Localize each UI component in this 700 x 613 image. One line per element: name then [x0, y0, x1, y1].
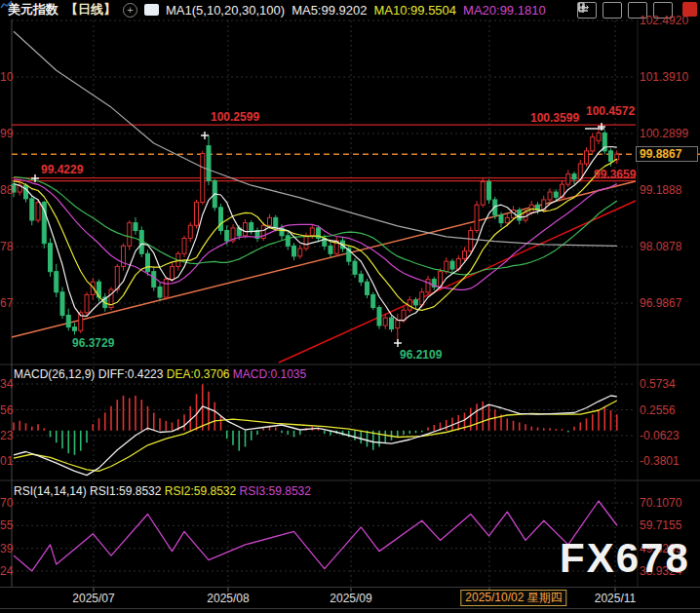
candle-body	[383, 318, 387, 326]
y-axis-label: 98.0878	[640, 240, 681, 253]
candle-body	[329, 246, 332, 253]
trendline-b	[279, 201, 636, 363]
macd-axis-label: -0.3801	[640, 454, 680, 468]
time-label: 2025/07	[72, 592, 114, 605]
price-annotation: 96.2109	[400, 348, 442, 362]
candle-body	[49, 244, 53, 272]
y-axis-label: 96.9867	[640, 296, 681, 310]
y-axis-label: 100.2899	[640, 127, 688, 140]
chart-canvas[interactable]	[0, 0, 700, 613]
candle-body	[445, 261, 448, 272]
candle-body	[548, 192, 552, 200]
price-annotation: 96.3729	[72, 336, 114, 350]
macd-diff-value: DIFF:0.4223	[98, 367, 164, 381]
chart-app: 美元指数 【日线】 + MA1(5,10,20,30,100) MA5:99.9…	[0, 0, 700, 613]
rsi-axis-label-left: 55	[0, 518, 13, 532]
candle-body	[164, 280, 168, 297]
y-axis-label-left: 99	[0, 127, 13, 140]
candle-body	[450, 261, 454, 269]
candle-body	[207, 146, 211, 181]
candle-body	[244, 223, 248, 236]
candle-body	[566, 174, 570, 185]
rsi-title: RSI(14,14,14)	[14, 484, 87, 498]
y-axis-label: 102.4920	[640, 14, 688, 27]
candle-body	[585, 151, 589, 164]
candle-body	[66, 315, 70, 326]
candle-body	[188, 225, 192, 238]
candle-body	[487, 182, 491, 200]
time-label: 2025/11	[595, 592, 637, 605]
candle-body	[134, 223, 137, 231]
candle-body	[463, 251, 467, 259]
y-axis-label-left: 78	[0, 240, 13, 253]
candle-body	[225, 231, 229, 242]
ma5-line	[14, 147, 617, 321]
rsi-header: RSI(14,14,14) RSI1:59.8532 RSI2:59.8532 …	[14, 484, 311, 498]
time-axis: 2025/07 2025/08 2025/09 2025/11 2025/10/…	[0, 587, 700, 609]
candle-body	[414, 300, 418, 305]
candle-body	[505, 217, 509, 222]
candle-body	[469, 231, 473, 251]
macd-axis-label-left: 56	[0, 403, 13, 417]
candle-body	[152, 272, 156, 287]
rsi-axis-label: 70.1070	[640, 496, 681, 510]
candle-body	[426, 280, 430, 292]
watermark: FX678	[560, 535, 690, 582]
macd-header: MACD(26,12,9) DIFF:0.4223 DEA:0.3706 MAC…	[14, 367, 306, 381]
candle-body	[30, 199, 34, 220]
rsi-axis-label-left: 70	[0, 496, 13, 510]
candle-body	[171, 266, 175, 279]
price-annotation: 99.4229	[41, 163, 83, 176]
macd-title: MACD(26,12,9)	[14, 367, 95, 381]
price-annotation: 100.3599	[530, 111, 579, 125]
candle-body	[219, 208, 223, 231]
y-axis-label: 99.1888	[640, 183, 681, 197]
rsi-axis-label-left: 39	[0, 542, 13, 556]
candle-body	[353, 261, 357, 274]
candle-body	[298, 249, 302, 256]
candle-body	[609, 151, 613, 162]
candle-body	[146, 253, 150, 271]
candle-body	[274, 217, 278, 228]
candle-body	[597, 133, 601, 140]
candle-body	[250, 223, 253, 231]
macd-macd-value: MACD:0.1035	[233, 367, 306, 381]
candle-body	[128, 223, 132, 247]
price-annotation: 100.2599	[211, 110, 259, 124]
current-price-axis-label: 99.8867	[636, 146, 698, 162]
y-axis-label-left: 67	[0, 296, 13, 310]
highlighted-date-label: 2025/10/02 星期四	[460, 590, 566, 606]
macd-axis-label: -0.0623	[640, 429, 680, 442]
macd-axis-label-left: 23	[0, 429, 13, 442]
y-axis-label-left: 88	[0, 183, 13, 197]
time-label: 2025/09	[330, 592, 371, 605]
rsi-line	[14, 501, 617, 571]
rsi2-value: RSI2:59.8532	[165, 484, 236, 498]
candle-body	[73, 327, 77, 331]
candle-body	[396, 321, 400, 328]
macd-axis-label-left: 34	[0, 377, 13, 391]
candle-body	[366, 282, 369, 294]
candle-body	[377, 308, 381, 326]
candle-body	[286, 236, 290, 247]
y-axis-label: 101.3910	[640, 70, 688, 84]
candle-body	[310, 228, 314, 236]
candle-body	[292, 246, 296, 256]
macd-axis-label-left: 01	[0, 454, 13, 468]
candle-body	[24, 185, 28, 199]
candle-body	[475, 205, 479, 230]
ma20-line	[14, 179, 617, 289]
candle-body	[201, 154, 205, 203]
candle-body	[591, 137, 595, 151]
y-axis-label-left: 10	[0, 70, 13, 84]
candle-body	[304, 236, 308, 249]
candle-body	[572, 174, 576, 179]
candle-body	[36, 203, 40, 220]
macd-axis-label: 0.5734	[640, 377, 676, 391]
candle-body	[85, 294, 89, 312]
time-label: 2025/08	[207, 592, 249, 605]
candle-body	[554, 192, 558, 197]
candle-body	[481, 182, 485, 206]
candle-body	[182, 238, 186, 253]
price-annotation: 100.4572	[586, 104, 635, 118]
